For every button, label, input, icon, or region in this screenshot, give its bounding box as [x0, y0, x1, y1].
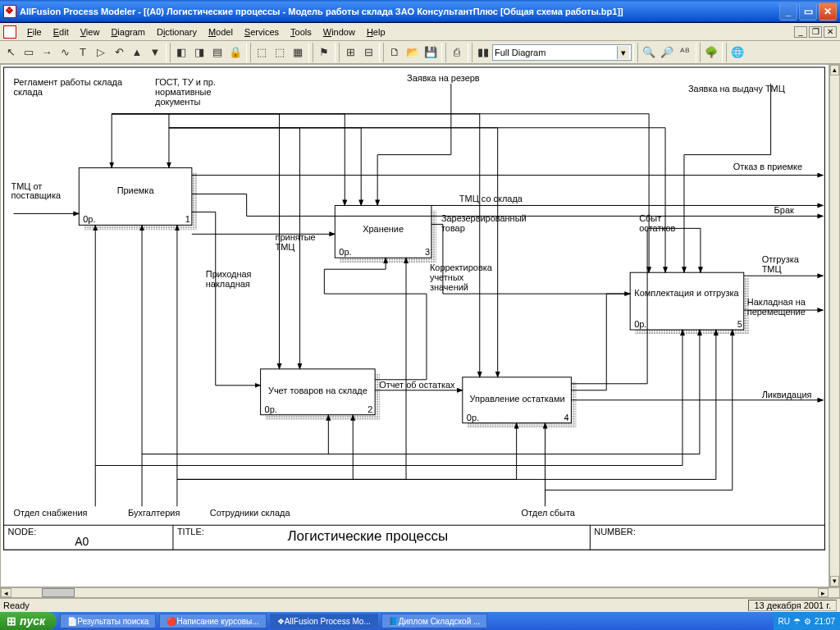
- mdi-min-button[interactable]: _: [794, 26, 807, 38]
- diagram-canvas[interactable]: NODE: A0 TITLE: Логистические процессы N…: [0, 64, 829, 587]
- activity-tool-icon[interactable]: ▭: [20, 43, 38, 62]
- lang-indicator[interactable]: RU: [778, 617, 790, 626]
- footer-node-label: NODE:: [8, 527, 37, 536]
- status-date: 13 декабря 2001 г.: [748, 600, 837, 611]
- menu-tools[interactable]: Tools: [285, 25, 317, 39]
- svg-text:поставщика: поставщика: [11, 190, 62, 200]
- menu-window[interactable]: Window: [317, 25, 361, 39]
- menu-help[interactable]: Help: [361, 25, 391, 39]
- svg-text:0р.: 0р.: [339, 247, 351, 257]
- zoomin-icon[interactable]: 🔍: [640, 43, 658, 62]
- tb-icon[interactable]: ▦: [289, 43, 307, 62]
- system-tray[interactable]: RU ☂ ⚙ 21:07: [774, 612, 840, 630]
- svg-text:Приходная: Приходная: [206, 269, 252, 279]
- vertical-scrollbar[interactable]: ▴ ▾: [829, 64, 840, 587]
- up-tool-icon[interactable]: ▲: [128, 43, 146, 62]
- scroll-thumb[interactable]: [42, 588, 75, 597]
- svg-text:Брак: Брак: [774, 205, 794, 215]
- svg-text:Ликвидация: Ликвидация: [762, 390, 812, 399]
- reports-icon[interactable]: ▮▮: [474, 43, 492, 62]
- menu-bar: File Edit View Diagram Dictionary Model …: [0, 23, 840, 41]
- tb-icon[interactable]: ⚑: [315, 43, 333, 62]
- tray-icon[interactable]: ☂: [793, 617, 801, 626]
- tb-icon[interactable]: ▤: [208, 43, 226, 62]
- svg-text:0р.: 0р.: [265, 404, 277, 414]
- horizontal-scrollbar[interactable]: ◂ ▸: [0, 587, 840, 598]
- svg-text:3: 3: [425, 247, 430, 257]
- menu-file[interactable]: File: [21, 25, 48, 39]
- menu-dictionary[interactable]: Dictionary: [151, 25, 203, 39]
- svg-text:5: 5: [737, 319, 742, 329]
- tray-icon[interactable]: ⚙: [804, 617, 811, 626]
- scroll-up-icon[interactable]: ▴: [830, 65, 839, 75]
- svg-text:Учет товаров на складе: Учет товаров на складе: [268, 386, 368, 395]
- window-titlebar: AllFusion Process Modeler - [(A0) Логист…: [0, 0, 840, 23]
- menu-diagram[interactable]: Diagram: [105, 25, 151, 39]
- down-tool-icon[interactable]: ▼: [146, 43, 164, 62]
- svg-text:перемещение: перемещение: [747, 307, 806, 317]
- new-icon[interactable]: 🗋: [386, 43, 404, 62]
- squiggle-tool-icon[interactable]: ∿: [56, 43, 74, 62]
- zoom-combo[interactable]: Full Diagram ▾: [492, 44, 632, 61]
- menu-model[interactable]: Model: [203, 25, 239, 39]
- svg-text:принятые: принятые: [276, 232, 316, 242]
- svg-text:Отдел сбыта: Отдел сбыта: [522, 508, 576, 518]
- svg-text:Регламент работы склада: Регламент работы склада: [14, 77, 123, 87]
- arrow-tool-icon[interactable]: →: [38, 43, 56, 62]
- scroll-right-icon[interactable]: ▸: [818, 588, 829, 597]
- minimize-button[interactable]: _: [779, 2, 797, 21]
- taskbar-item[interactable]: 🔴 Написание курсовы...: [159, 614, 266, 628]
- spell-icon[interactable]: ᴬᴮ: [676, 43, 694, 62]
- tb-icon[interactable]: ◨: [190, 43, 208, 62]
- svg-text:0р.: 0р.: [83, 214, 95, 224]
- svg-text:ТМЦ: ТМЦ: [762, 264, 782, 274]
- svg-text:Хранение: Хранение: [363, 224, 404, 234]
- svg-text:ГОСТ, ТУ и пр.: ГОСТ, ТУ и пр.: [155, 77, 216, 87]
- chevron-down-icon[interactable]: ▾: [617, 46, 629, 59]
- clock: 21:07: [815, 617, 835, 626]
- toolbar: ↖ ▭ → ∿ T ▷ ↶ ▲ ▼ ◧ ◨ ▤ 🔒 ⬚ ⬚ ▦ ⚑ ⊞ ⊟ 🗋 …: [0, 41, 840, 64]
- close-button[interactable]: [819, 2, 837, 21]
- taskbar: пуск 📄 Результаты поиска 🔴 Написание кур…: [0, 612, 840, 630]
- open-icon[interactable]: 📂: [404, 43, 422, 62]
- svg-text:Управление остатками: Управление остатками: [470, 394, 565, 404]
- svg-text:Бухгалтерия: Бухгалтерия: [128, 508, 180, 518]
- window-title: AllFusion Process Modeler - [(A0) Логист…: [20, 7, 779, 16]
- print-icon[interactable]: ⎙: [448, 43, 466, 62]
- pointer-tool-icon[interactable]: ↖: [2, 43, 20, 62]
- menu-view[interactable]: View: [75, 25, 106, 39]
- svg-text:значений: значений: [430, 282, 468, 292]
- taskbar-item[interactable]: 📘 Диплом Складской ...: [381, 614, 488, 628]
- footer-node-value: A0: [75, 535, 89, 548]
- svg-text:Накладная на: Накладная на: [747, 297, 806, 307]
- app-icon: [3, 5, 16, 18]
- text-tool-icon[interactable]: T: [74, 43, 92, 62]
- svg-text:Сотрудники склада: Сотрудники склада: [210, 508, 291, 518]
- save-icon[interactable]: 💾: [422, 43, 440, 62]
- globe-icon[interactable]: 🌐: [728, 43, 746, 62]
- menu-services[interactable]: Services: [239, 25, 285, 39]
- tb-icon[interactable]: ◧: [172, 43, 190, 62]
- tb-icon[interactable]: ⊟: [359, 43, 377, 62]
- zoomout-icon[interactable]: 🔎: [658, 43, 676, 62]
- undo-tool-icon[interactable]: ↶: [110, 43, 128, 62]
- tb-icon[interactable]: ⊞: [341, 43, 359, 62]
- mdi-close-button[interactable]: ✕: [824, 26, 837, 38]
- scroll-down-icon[interactable]: ▾: [830, 576, 839, 587]
- tb-icon[interactable]: ⬚: [271, 43, 289, 62]
- start-button[interactable]: пуск: [0, 612, 57, 630]
- scroll-left-icon[interactable]: ◂: [1, 588, 11, 597]
- lock-icon[interactable]: 🔒: [226, 43, 244, 62]
- svg-text:учетных: учетных: [430, 272, 464, 282]
- mdi-restore-button[interactable]: ❐: [809, 26, 822, 38]
- svg-text:документы: документы: [155, 97, 200, 107]
- taskbar-item[interactable]: ❖ AllFusion Process Mo...: [270, 614, 378, 628]
- tb-icon[interactable]: ⬚: [253, 43, 271, 62]
- taskbar-item[interactable]: 📄 Результаты поиска: [60, 614, 156, 628]
- tree-icon[interactable]: 🌳: [702, 43, 720, 62]
- svg-text:2: 2: [368, 404, 372, 414]
- menu-edit[interactable]: Edit: [48, 25, 75, 39]
- redo-tool-icon[interactable]: ▷: [92, 43, 110, 62]
- svg-text:Сбыт: Сбыт: [639, 213, 661, 223]
- maximize-button[interactable]: ▭: [799, 2, 817, 21]
